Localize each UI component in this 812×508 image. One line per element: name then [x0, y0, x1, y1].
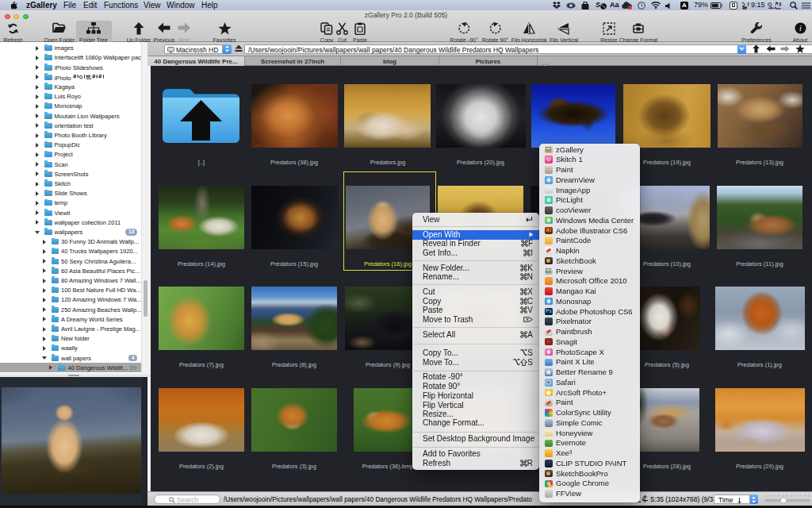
svg-text:i: i — [799, 24, 802, 33]
